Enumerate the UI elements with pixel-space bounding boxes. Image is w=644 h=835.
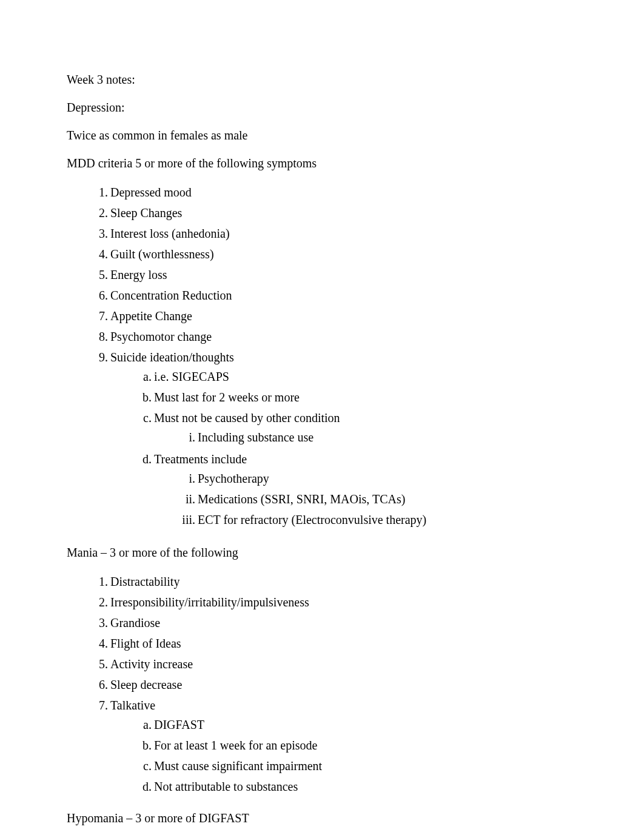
list-item-text: Sleep decrease — [110, 678, 182, 691]
list-item: For at least 1 week for an episode — [154, 735, 577, 756]
list-item-text: Guilt (worthlessness) — [110, 247, 214, 261]
list-item-text: Psychomotor change — [110, 330, 212, 343]
list-item-text: Including substance use — [198, 431, 314, 444]
list-item-text: Energy loss — [110, 268, 167, 281]
list-item: Talkative DIGFAST For at least 1 week fo… — [110, 695, 577, 798]
mdd-treatments-list: Psychotherapy Medications (SSRI, SNRI, M… — [154, 468, 577, 530]
list-item: Concentration Reduction — [110, 285, 577, 306]
page-title: Week 3 notes: — [67, 70, 577, 89]
depression-note: Twice as common in females as male — [67, 126, 577, 144]
list-item: Medications (SSRI, SNRI, MAOis, TCAs) — [198, 489, 577, 509]
list-item-text: Depressed mood — [110, 186, 192, 199]
list-item: i.e. SIGECAPS — [154, 366, 577, 387]
list-item-text: Must not be caused by other condition — [154, 411, 340, 424]
list-item-text: Medications (SSRI, SNRI, MAOis, TCAs) — [198, 492, 405, 506]
list-item-text: Psychotherapy — [198, 472, 269, 485]
list-item: Including substance use — [198, 427, 577, 448]
mania-list: Distractability Irresponsibility/irritab… — [67, 571, 577, 798]
mdd-criteria-heading: MDD criteria 5 or more of the following … — [67, 154, 577, 172]
list-item-text: Activity increase — [110, 657, 193, 671]
list-item-text: i.e. SIGECAPS — [154, 370, 229, 383]
list-item-text: Suicide ideation/thoughts — [110, 350, 234, 364]
list-item-text: Must last for 2 weeks or more — [154, 391, 300, 404]
list-item-text: Appetite Change — [110, 309, 192, 323]
list-item-text: Not attributable to substances — [154, 780, 298, 793]
depression-heading: Depression: — [67, 98, 577, 116]
list-item: ECT for refractory (Electroconvulsive th… — [198, 509, 577, 530]
list-item-text: Must cause significant impairment — [154, 759, 322, 773]
mdd-sublist: i.e. SIGECAPS Must last for 2 weeks or m… — [110, 366, 577, 531]
list-item: Not attributable to substances — [154, 776, 577, 797]
list-item: Grandiose — [110, 612, 577, 633]
list-item: Energy loss — [110, 264, 577, 285]
list-item-text: Grandiose — [110, 616, 160, 629]
list-item-text: DIGFAST — [154, 718, 204, 731]
list-item: Flight of Ideas — [110, 633, 577, 654]
list-item: Appetite Change — [110, 306, 577, 326]
list-item: DIGFAST — [154, 714, 577, 735]
mania-heading: Mania – 3 or more of the following — [67, 543, 577, 562]
list-item-text: Sleep Changes — [110, 206, 182, 220]
list-item: Psychomotor change — [110, 326, 577, 347]
list-item: Depressed mood — [110, 182, 577, 203]
list-item: Suicide ideation/thoughts i.e. SIGECAPS … — [110, 347, 577, 532]
list-item: Must last for 2 weeks or more — [154, 387, 577, 407]
list-item: Psychotherapy — [198, 468, 577, 489]
list-item: Activity increase — [110, 654, 577, 674]
list-item-text: Flight of Ideas — [110, 637, 181, 650]
list-item-text: Treatments include — [154, 452, 247, 466]
mdd-sub-sublist: Including substance use — [154, 427, 577, 448]
list-item-text: Talkative — [110, 699, 155, 712]
hypomania-heading: Hypomania – 3 or more of DIGFAST — [67, 809, 577, 827]
list-item: Guilt (worthlessness) — [110, 244, 577, 264]
list-item: Must not be caused by other condition In… — [154, 407, 577, 449]
list-item-text: For at least 1 week for an episode — [154, 739, 317, 752]
list-item-text: ECT for refractory (Electroconvulsive th… — [198, 513, 426, 526]
list-item-text: Interest loss (anhedonia) — [110, 227, 230, 240]
list-item: Interest loss (anhedonia) — [110, 223, 577, 244]
list-item: Irresponsibility/irritability/impulsiven… — [110, 592, 577, 612]
list-item: Distractability — [110, 571, 577, 592]
mania-sublist: DIGFAST For at least 1 week for an episo… — [110, 714, 577, 797]
list-item: Treatments include Psychotherapy Medicat… — [154, 449, 577, 531]
list-item-text: Concentration Reduction — [110, 289, 232, 302]
list-item-text: Distractability — [110, 575, 179, 588]
mdd-list: Depressed mood Sleep Changes Interest lo… — [67, 182, 577, 532]
list-item: Sleep decrease — [110, 674, 577, 695]
list-item: Sleep Changes — [110, 203, 577, 223]
list-item: Must cause significant impairment — [154, 756, 577, 776]
list-item-text: Irresponsibility/irritability/impulsiven… — [110, 595, 309, 609]
